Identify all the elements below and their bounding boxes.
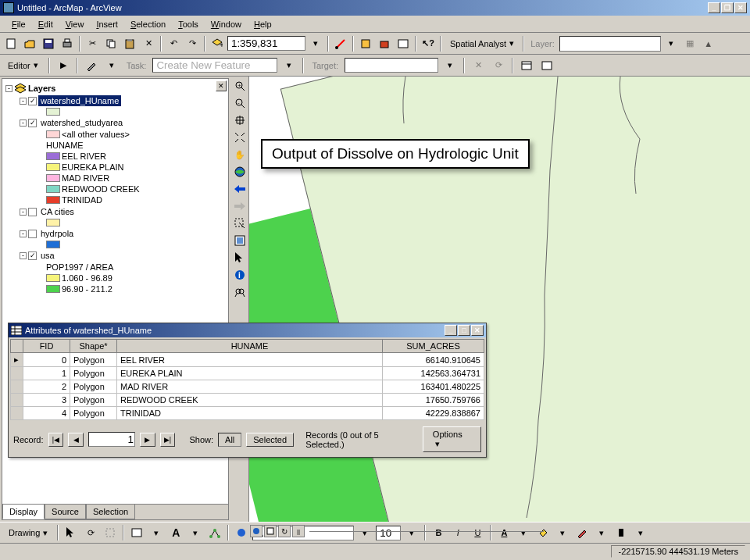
command-line-icon[interactable] xyxy=(395,35,412,52)
select-features-icon[interactable] xyxy=(232,216,248,231)
line-color-button[interactable] xyxy=(573,524,591,541)
first-record-button[interactable]: |◀ xyxy=(48,433,64,447)
attribute-table[interactable]: FID Shape* HUNAME SUM_ACRES ▸0PolygonEEL… xyxy=(10,339,484,420)
select-elements-icon[interactable] xyxy=(232,250,248,266)
toc-tab-selection[interactable]: Selection xyxy=(86,505,135,519)
layer-ca-cities[interactable]: CA cities xyxy=(38,206,77,217)
menu-help[interactable]: Help xyxy=(248,18,277,30)
record-number-input[interactable] xyxy=(88,432,135,447)
shape-dropdown-icon[interactable]: ▾ xyxy=(148,524,165,541)
select-elements-icon[interactable] xyxy=(62,524,80,541)
toc-collapse-icon[interactable]: - xyxy=(20,252,27,259)
attr-minimize-button[interactable]: _ xyxy=(445,325,457,336)
close-button[interactable]: ✕ xyxy=(734,2,747,13)
toc-tab-display[interactable]: Display xyxy=(2,505,45,519)
cut-icon[interactable]: ✂ xyxy=(84,35,101,52)
edit-tool-icon[interactable]: ▶ xyxy=(55,57,72,74)
line-color-dropdown-icon[interactable]: ▾ xyxy=(593,524,610,541)
layer-dropdown-icon[interactable]: ▾ xyxy=(662,35,680,52)
layer-usa[interactable]: usa xyxy=(38,250,57,261)
target-dropdown-icon[interactable]: ▾ xyxy=(441,57,459,74)
menu-insert[interactable]: Insert xyxy=(91,18,123,30)
edit-vertices-icon[interactable] xyxy=(206,524,223,541)
toc-collapse-icon[interactable]: - xyxy=(20,230,27,237)
menu-window[interactable]: Window xyxy=(205,18,247,30)
find-icon[interactable] xyxy=(232,284,248,300)
arccatalog-icon[interactable] xyxy=(357,35,374,52)
attributes-icon[interactable] xyxy=(518,57,535,74)
marker-color-button[interactable] xyxy=(612,524,630,541)
pan-icon[interactable]: ✋ xyxy=(232,147,248,162)
save-icon[interactable] xyxy=(40,35,57,52)
undo-icon[interactable]: ↶ xyxy=(165,35,182,52)
last-record-button[interactable]: ▶| xyxy=(160,433,176,447)
task-dropdown-icon[interactable]: ▾ xyxy=(280,57,298,74)
copy-icon[interactable] xyxy=(102,35,120,52)
task-input[interactable] xyxy=(152,58,277,73)
prev-record-button[interactable]: ◀ xyxy=(68,433,84,447)
table-row[interactable]: 4PolygonTRINIDAD42229.838867 xyxy=(11,407,484,420)
fixed-zoom-out-icon[interactable] xyxy=(232,130,248,145)
new-text-icon[interactable]: A xyxy=(167,524,184,541)
target-input[interactable] xyxy=(345,58,438,73)
layer-checkbox[interactable] xyxy=(28,208,37,216)
delete-icon[interactable]: ✕ xyxy=(140,35,157,52)
col-sum-acres[interactable]: SUM_ACRES xyxy=(383,340,484,353)
whats-this-icon[interactable]: ↖? xyxy=(420,35,437,52)
marker-color-dropdown-icon[interactable]: ▾ xyxy=(632,524,649,541)
attr-maximize-button[interactable]: □ xyxy=(458,325,470,336)
sketch-tool-icon[interactable] xyxy=(83,57,100,74)
zoom-out-icon[interactable]: - xyxy=(232,95,248,111)
col-fid[interactable]: FID xyxy=(23,340,70,353)
next-extent-icon[interactable] xyxy=(232,198,248,214)
map-scale-input[interactable] xyxy=(227,36,305,51)
toc-close-button[interactable]: ✕ xyxy=(216,80,227,91)
table-row[interactable]: ▸0PolygonEEL RIVER66140.910645 xyxy=(11,353,484,367)
data-view-button[interactable] xyxy=(250,525,262,537)
layer-checkbox[interactable]: ✓ xyxy=(28,119,37,127)
toc-tab-source[interactable]: Source xyxy=(45,505,86,519)
sketch-props-icon[interactable] xyxy=(538,57,555,74)
rotate-tool-icon[interactable]: ⟳ xyxy=(490,57,507,74)
editor-menu[interactable]: Editor ▾ xyxy=(2,58,44,73)
zoom-to-selected-icon[interactable] xyxy=(102,524,119,541)
fill-color-dropdown-icon[interactable]: ▾ xyxy=(554,524,571,541)
table-row[interactable]: 1PolygonEUREKA PLAIN142563.364731 xyxy=(11,367,484,380)
split-tool-icon[interactable]: ✕ xyxy=(470,57,487,74)
toc-collapse-icon[interactable]: - xyxy=(20,119,27,127)
identify-icon[interactable]: i xyxy=(232,267,248,283)
text-dropdown-icon[interactable]: ▾ xyxy=(187,524,204,541)
layer-checkbox[interactable]: ✓ xyxy=(28,251,37,260)
arctoolbox-icon[interactable] xyxy=(376,35,393,52)
new-rectangle-icon[interactable] xyxy=(128,524,145,541)
minimize-button[interactable]: _ xyxy=(708,2,720,13)
layer-checkbox[interactable]: ✓ xyxy=(28,97,37,105)
contour-icon[interactable]: ▲ xyxy=(700,35,717,52)
show-selected-button[interactable]: Selected xyxy=(246,433,294,447)
scale-dropdown-icon[interactable]: ▾ xyxy=(307,35,324,52)
toc-collapse-icon[interactable]: - xyxy=(20,98,27,105)
table-row[interactable]: 3PolygonREDWOOD CREEK17650.759766 xyxy=(11,394,484,407)
menu-tools[interactable]: Tools xyxy=(173,18,204,30)
fixed-zoom-in-icon[interactable] xyxy=(232,112,248,128)
layer-checkbox[interactable] xyxy=(28,230,37,238)
open-icon[interactable] xyxy=(21,35,38,52)
spatial-analyst-dropdown[interactable]: Spatial Analyst ▾ xyxy=(445,36,520,51)
menu-selection[interactable]: Selection xyxy=(125,18,171,30)
col-shape[interactable]: Shape* xyxy=(70,340,117,353)
attr-close-button[interactable]: ✕ xyxy=(471,325,484,336)
refresh-view-button[interactable]: ↻ xyxy=(278,525,291,537)
table-row[interactable]: 2PolygonMAD RIVER163401.480225 xyxy=(11,380,484,394)
col-huname[interactable]: HUNAME xyxy=(117,340,383,353)
previous-extent-icon[interactable] xyxy=(232,181,248,197)
redo-icon[interactable]: ↷ xyxy=(184,35,201,52)
histogram-icon[interactable]: ▦ xyxy=(681,35,698,52)
zoom-in-icon[interactable]: + xyxy=(232,78,248,94)
pause-draw-button[interactable]: || xyxy=(292,525,305,537)
toc-collapse-icon[interactable]: - xyxy=(5,85,12,92)
add-data-icon[interactable]: + xyxy=(209,35,226,52)
options-button[interactable]: Options ▾ xyxy=(423,426,481,452)
layer-hydrpola[interactable]: hydrpola xyxy=(38,228,76,239)
print-icon[interactable] xyxy=(59,35,76,52)
new-doc-icon[interactable] xyxy=(2,35,20,52)
